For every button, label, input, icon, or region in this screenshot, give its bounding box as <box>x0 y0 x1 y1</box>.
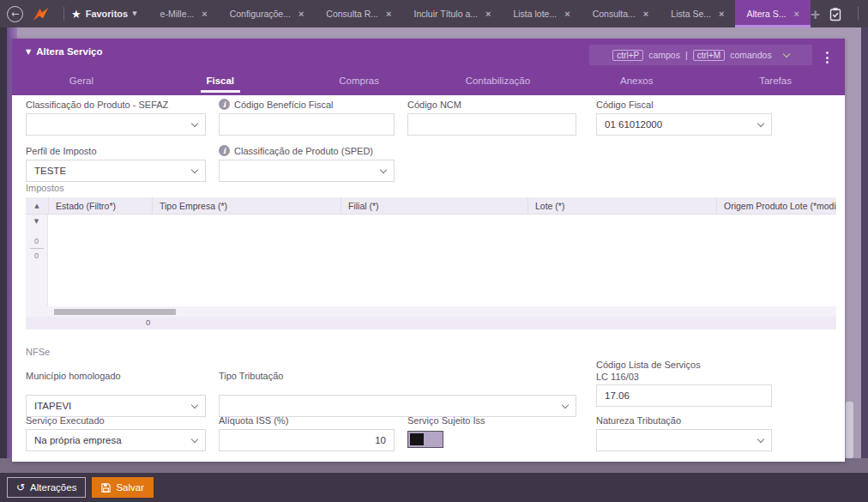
panel-tab-tarefas[interactable]: Tarefas <box>706 66 845 95</box>
sort-desc-icon[interactable]: ▼ <box>34 218 39 225</box>
toggle-knob <box>410 433 424 445</box>
browser-tab-0[interactable]: e-Mille...× <box>149 0 219 27</box>
field-label: Serviço Sujeito Iss <box>407 414 576 426</box>
panel-title: Altera Serviço <box>36 46 102 57</box>
close-icon[interactable]: × <box>386 9 391 19</box>
chevron-down-icon <box>562 401 569 408</box>
classificacao-sefaz-select[interactable] <box>26 113 206 136</box>
classificacao-sped-select[interactable] <box>219 160 395 182</box>
field-label: Município homologado <box>26 370 206 381</box>
panel-tab-fiscal[interactable]: Fiscal <box>151 66 290 95</box>
field-codigo-beneficio: i Código Benefício Fiscal <box>219 99 395 136</box>
browser-tab-3[interactable]: Incluir Título a...× <box>402 0 502 27</box>
column-header-3[interactable]: Lote (*) <box>527 197 716 215</box>
new-tab-icon[interactable]: + <box>811 6 820 22</box>
browser-tab-1[interactable]: Configuraçõe...× <box>219 0 316 27</box>
shortcut-hints[interactable]: ctrl+P campos | ctrl+M comandos <box>589 45 812 65</box>
close-icon[interactable]: × <box>202 9 207 19</box>
codigo-lista-input[interactable]: 17.06 <box>596 384 772 407</box>
field-value: Na própria empresa <box>34 435 192 445</box>
field-value: 10 <box>227 435 386 445</box>
tasks-clipboard-icon[interactable] <box>829 7 842 21</box>
field-value: TESTE <box>34 166 192 176</box>
info-icon[interactable]: i <box>219 145 230 156</box>
panel-tab-geral[interactable]: Geral <box>12 66 151 95</box>
column-header-1[interactable]: Tipo Empresa (*) <box>152 197 341 215</box>
browser-tab-2[interactable]: Consulta R...× <box>315 0 402 27</box>
gutter-count: 0 <box>34 237 39 245</box>
info-icon[interactable]: i <box>219 99 230 110</box>
chevron-down-icon <box>757 119 764 126</box>
app-logo-icon[interactable] <box>32 6 50 21</box>
ctrl-p-key: ctrl+P <box>612 50 643 61</box>
field-aliquota-iss: Alíquota ISS (%) 10 <box>219 414 395 451</box>
bottom-action-bar: ↺ Alterações Salvar <box>0 473 868 502</box>
field-natureza-tributacao: Natureza Tributação <box>596 414 772 451</box>
alteracoes-button[interactable]: ↺ Alterações <box>7 477 86 498</box>
favorites-label: Favoritos <box>86 9 129 19</box>
close-icon[interactable]: × <box>794 9 799 19</box>
nfse-section-label: NFSe <box>26 347 50 357</box>
panel-title-toggle[interactable]: ▼ Altera Serviço <box>26 46 103 57</box>
column-header-2[interactable]: Filial (*) <box>341 197 527 215</box>
right-edge-strip <box>861 27 868 470</box>
perfil-imposto-select[interactable]: TESTE <box>26 160 206 182</box>
panel-tab-compras[interactable]: Compras <box>290 66 429 95</box>
browser-tab-5[interactable]: Consulta...× <box>582 0 660 27</box>
divider <box>858 7 859 21</box>
horizontal-scrollbar[interactable] <box>54 309 176 315</box>
footer-count: 0 <box>146 318 150 327</box>
field-tipo-tributacao: Tipo Tributação <box>219 370 576 417</box>
servico-executado-select[interactable]: Na própria empresa <box>26 429 206 451</box>
favorites-menu[interactable]: ★ Favoritos ▼ <box>71 8 137 21</box>
field-label-line2: LC 116/03 <box>596 371 772 382</box>
impostos-section-label: Impostos <box>26 183 64 193</box>
tab-label: Consulta R... <box>326 9 378 19</box>
field-label: Código Fiscal <box>596 99 772 110</box>
tab-label: e-Mille... <box>160 9 195 19</box>
close-icon[interactable]: × <box>643 9 648 19</box>
close-icon[interactable]: × <box>719 9 724 19</box>
aliquota-iss-input[interactable]: 10 <box>219 429 395 451</box>
field-value: ITAPEVI <box>34 401 192 411</box>
impostos-table-header: ▲ Estado (Filtro*)Tipo Empresa (*)Filial… <box>26 197 836 215</box>
back-icon[interactable]: ← <box>7 6 23 22</box>
column-header-0[interactable]: Estado (Filtro*) <box>48 197 152 215</box>
chevron-down-icon[interactable] <box>782 50 789 57</box>
panel-tabs: GeralFiscalComprasContabilizaçãoAnexosTa… <box>12 66 845 95</box>
field-classificacao-sefaz: Classificação do Produto - SEFAZ <box>26 99 206 136</box>
field-label: Alíquota ISS (%) <box>219 414 395 426</box>
close-icon[interactable]: × <box>485 9 491 19</box>
column-header-4[interactable]: Origem Produto Lote (*modif) <box>716 197 836 215</box>
close-icon[interactable]: × <box>564 9 570 19</box>
codigo-fiscal-select[interactable]: 01 61012000 <box>596 113 772 136</box>
impostos-table-footer: 0 <box>26 317 836 330</box>
divider <box>30 248 44 249</box>
salvar-button[interactable]: Salvar <box>92 477 154 498</box>
codigo-ncm-input[interactable] <box>407 113 576 136</box>
browser-tab-4[interactable]: Lista lote...× <box>502 0 581 27</box>
browser-tab-6[interactable]: Lista Se...× <box>660 0 735 27</box>
natureza-tributacao-select[interactable] <box>596 429 772 451</box>
sort-asc-icon[interactable]: ▲ <box>26 203 48 209</box>
chrome-actions: + <box>811 5 868 23</box>
panel-menu-icon[interactable] <box>823 49 832 67</box>
servico-sujeito-iss-toggle[interactable] <box>407 431 443 448</box>
comandos-label: comandos <box>730 50 771 60</box>
field-municipio: Município homologado ITAPEVI <box>26 370 206 417</box>
chevron-down-icon <box>380 166 387 172</box>
panel-tab-anexos[interactable]: Anexos <box>567 66 706 95</box>
codigo-beneficio-input[interactable] <box>219 113 395 136</box>
field-value: 01 61012000 <box>605 119 758 130</box>
panel-tab-contabilizacao[interactable]: Contabilização <box>428 66 567 95</box>
field-label: Tipo Tributação <box>219 370 576 381</box>
field-label: Classificação do Produto - SEFAZ <box>26 99 206 110</box>
field-servico-sujeito-iss: Serviço Sujeito Iss <box>407 414 576 448</box>
tab-label: Consulta... <box>593 9 636 19</box>
field-codigo-ncm: Código NCM <box>407 99 576 136</box>
browser-tab-7[interactable]: Altera S...× <box>735 0 811 27</box>
table-empty-area[interactable] <box>48 215 836 306</box>
close-icon[interactable]: × <box>298 9 304 19</box>
vertical-scrollbar[interactable] <box>846 402 853 458</box>
chevron-down-icon <box>191 435 198 442</box>
